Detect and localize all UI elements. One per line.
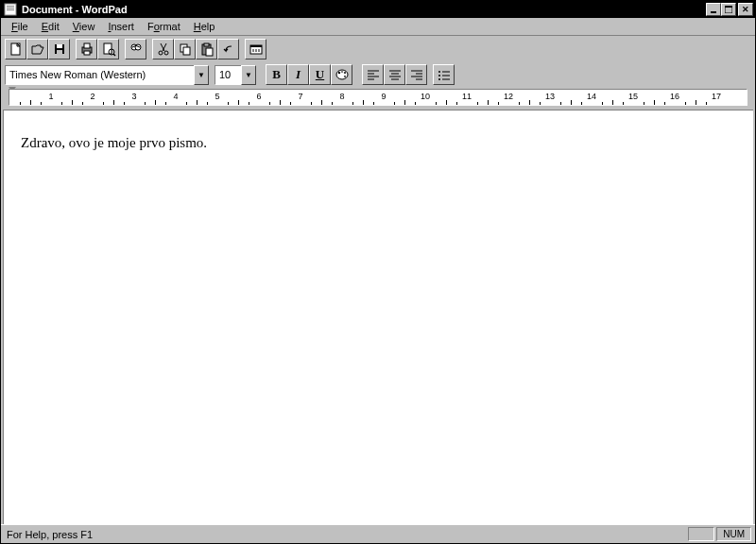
align-center-button[interactable] <box>384 64 405 85</box>
status-num-lock: NUM <box>716 527 751 541</box>
svg-line-16 <box>113 54 115 56</box>
svg-point-50 <box>438 71 440 73</box>
font-name-input[interactable] <box>5 65 194 85</box>
italic-button[interactable]: I <box>287 64 309 85</box>
open-button[interactable] <box>26 39 48 60</box>
ruler-number: 17 <box>712 92 721 101</box>
ruler-number: 15 <box>628 92 638 101</box>
ruler-number: 4 <box>173 92 178 101</box>
font-size-dropdown-button[interactable] <box>241 65 256 85</box>
cut-button[interactable] <box>152 39 174 60</box>
ruler-number: 5 <box>215 92 219 101</box>
menu-view[interactable]: View <box>66 19 102 34</box>
svg-rect-2 <box>7 8 14 8</box>
status-pane-empty <box>688 527 714 541</box>
paste-button[interactable] <box>196 39 217 60</box>
menu-edit[interactable]: Edit <box>35 19 66 34</box>
svg-rect-1 <box>7 6 14 7</box>
svg-rect-9 <box>57 44 62 48</box>
ruler-number: 6 <box>256 92 261 101</box>
print-preview-button[interactable] <box>97 39 119 60</box>
app-icon <box>3 3 18 16</box>
maximize-button[interactable] <box>721 3 736 16</box>
svg-rect-29 <box>250 45 262 47</box>
document-text: Zdravo, ovo je moje prvo pismo. <box>21 135 207 150</box>
save-button[interactable] <box>48 39 70 60</box>
svg-line-19 <box>161 43 164 51</box>
svg-rect-4 <box>711 11 716 13</box>
document-area[interactable]: Zdravo, ovo je moje prvo pismo. <box>3 110 753 524</box>
svg-rect-10 <box>57 50 62 54</box>
svg-line-20 <box>163 43 166 51</box>
format-toolbar: B I U <box>1 62 755 87</box>
copy-button[interactable] <box>174 39 196 60</box>
ruler-number: 13 <box>545 92 555 101</box>
ruler-number: 12 <box>504 92 513 101</box>
print-button[interactable] <box>76 39 97 60</box>
svg-rect-14 <box>104 43 112 54</box>
font-name-dropdown-button[interactable] <box>194 65 209 85</box>
svg-rect-13 <box>84 51 90 55</box>
font-size-input[interactable] <box>215 65 241 85</box>
ruler-number: 16 <box>670 92 679 101</box>
font-name-combo[interactable] <box>5 65 209 85</box>
svg-rect-12 <box>84 43 90 48</box>
svg-rect-27 <box>206 48 213 56</box>
window-buttons: ✕ <box>706 3 753 16</box>
status-message: For Help, press F1 <box>5 529 686 540</box>
ruler-number: 2 <box>90 92 94 101</box>
svg-point-34 <box>337 72 339 74</box>
font-size-combo[interactable] <box>215 65 256 85</box>
svg-rect-24 <box>183 47 190 55</box>
svg-point-21 <box>159 51 163 55</box>
ruler-number: 7 <box>298 92 302 101</box>
ruler-number: 3 <box>131 92 136 101</box>
ruler-number: 1 <box>48 92 53 101</box>
menu-bar: File Edit View Insert Format Help <box>1 18 755 36</box>
ruler-number: 9 <box>381 92 386 101</box>
underline-button[interactable]: U <box>309 64 331 85</box>
svg-point-52 <box>438 75 440 76</box>
close-button[interactable]: ✕ <box>738 3 753 16</box>
ruler-number: 11 <box>462 92 472 101</box>
new-button[interactable] <box>5 39 26 60</box>
status-bar: For Help, press F1 NUM <box>1 524 755 543</box>
svg-rect-6 <box>725 6 732 8</box>
find-button[interactable] <box>125 39 146 60</box>
ruler-number: 10 <box>421 92 430 101</box>
color-button[interactable] <box>331 64 352 85</box>
ruler-number: 14 <box>587 92 596 101</box>
datetime-button[interactable] <box>245 39 266 60</box>
standard-toolbar <box>1 36 755 62</box>
svg-point-35 <box>340 71 342 73</box>
align-left-button[interactable] <box>362 64 384 85</box>
menu-help[interactable]: Help <box>187 19 222 34</box>
svg-rect-26 <box>204 43 209 46</box>
menu-insert[interactable]: Insert <box>101 19 141 34</box>
bold-button[interactable]: B <box>266 64 287 85</box>
bullets-button[interactable] <box>433 64 455 85</box>
svg-point-18 <box>135 44 141 50</box>
undo-button[interactable] <box>217 39 239 60</box>
ruler-number: 8 <box>339 92 344 101</box>
svg-point-37 <box>343 76 345 77</box>
svg-point-36 <box>343 72 345 74</box>
svg-point-54 <box>438 78 440 80</box>
menu-format[interactable]: Format <box>141 19 187 34</box>
ruler-container: 1234567891011121314151617 <box>1 87 755 110</box>
align-right-button[interactable] <box>405 64 427 85</box>
ruler[interactable]: 1234567891011121314151617 <box>9 89 747 106</box>
minimize-button[interactable] <box>706 3 721 16</box>
svg-point-22 <box>164 51 168 55</box>
title-bar: Document - WordPad ✕ <box>1 1 755 18</box>
window-title: Document - WordPad <box>22 4 706 15</box>
svg-rect-3 <box>7 9 14 10</box>
menu-file[interactable]: File <box>5 19 35 34</box>
